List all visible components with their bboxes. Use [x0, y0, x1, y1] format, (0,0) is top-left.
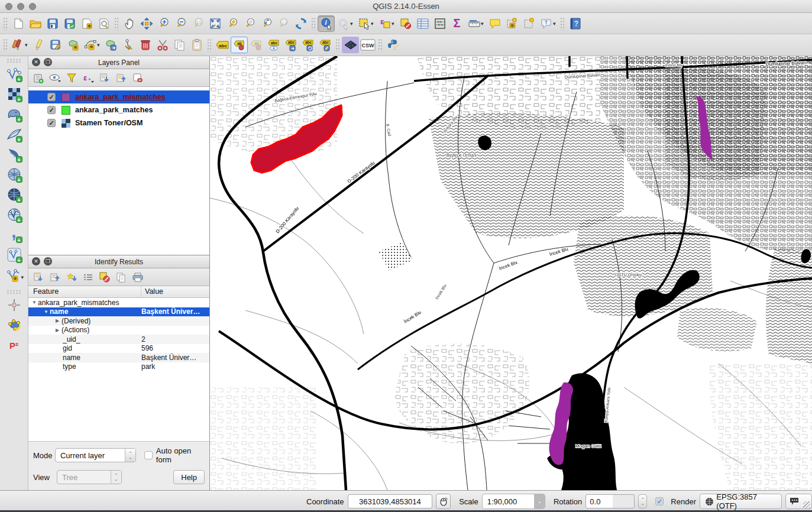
print-results-button[interactable] [130, 270, 145, 284]
toolbar-grip[interactable] [3, 38, 8, 51]
save-project-button[interactable] [44, 15, 61, 32]
add-raster-layer-button[interactable]: + [4, 84, 24, 104]
mouse-position-toggle-button[interactable] [436, 494, 451, 509]
new-bookmark-button[interactable]: ✱ [503, 15, 520, 32]
toggle-editing-button[interactable] [30, 37, 47, 53]
add-group-button[interactable] [31, 71, 46, 85]
layer-checkbox[interactable]: ✓ [47, 119, 56, 127]
layer-swatch[interactable] [62, 93, 70, 102]
zoom-full-button[interactable] [206, 15, 224, 32]
map-canvas[interactable]: Dumlupınar Bulvarı Dumlupınar Bulvarı İn… [210, 56, 812, 490]
add-circular-string-button[interactable]: ✱ [82, 37, 99, 53]
p2-plugin-button[interactable]: P² [4, 335, 24, 355]
scale-select[interactable]: 1:90,000 ⌄ [482, 494, 545, 509]
change-label-button[interactable]: abc [316, 37, 334, 53]
toolbar-grip[interactable] [378, 38, 383, 51]
table-row[interactable]: ▶ (Actions) [28, 326, 209, 335]
manage-visibility-button[interactable] [47, 71, 63, 85]
delete-selected-button[interactable] [137, 37, 154, 53]
copy-features-button[interactable] [171, 37, 188, 53]
rotation-input[interactable]: 0.0 [585, 494, 635, 508]
toolbar-grip[interactable] [560, 17, 565, 30]
deselect-all-button[interactable] [397, 15, 414, 32]
new-shapefile-layer-button[interactable]: + [4, 245, 24, 265]
add-wms-layer-button[interactable]: + [4, 164, 24, 184]
copy-results-button[interactable] [114, 270, 129, 284]
layer-labeling-button[interactable]: abc [213, 37, 231, 53]
render-checkbox[interactable]: ✓ [655, 497, 664, 505]
zoom-out-button[interactable] [172, 15, 189, 32]
zoom-last-button[interactable] [258, 15, 275, 32]
view-select[interactable]: Tree ⌃⌄ [57, 470, 122, 484]
toolbar-grip[interactable] [7, 290, 22, 294]
python-console-button[interactable] [384, 37, 402, 53]
collapse-all-button[interactable] [114, 71, 129, 85]
expander-icon[interactable]: ▼ [44, 309, 50, 315]
highlight-pinned-labels-button[interactable]: ab [248, 37, 265, 53]
toolbar-grip[interactable] [311, 17, 316, 30]
layer-item-matches[interactable]: ✓ ankara_park_matches [28, 103, 209, 116]
auto-open-form-checkbox[interactable] [144, 451, 153, 459]
expander-icon[interactable]: ▶ [56, 318, 62, 323]
title-bar[interactable]: QGIS 2.14.0-Essen [0, 0, 812, 13]
move-label-button[interactable]: abc [282, 37, 299, 53]
layer-swatch[interactable] [62, 106, 70, 115]
text-annotation-button[interactable]: T [538, 15, 555, 32]
metasearch-button[interactable] [342, 37, 359, 53]
new-composer-button[interactable]: ✱ [78, 15, 95, 32]
add-postgis-layer-button[interactable]: + [4, 104, 24, 124]
crs-status-button[interactable]: EPSG:3857 (OTF) [700, 494, 782, 509]
window-resize-grip[interactable] [803, 501, 810, 508]
help-button[interactable]: ? [567, 15, 584, 32]
refresh-button[interactable] [292, 15, 309, 32]
digitizing-tools-plugin-button[interactable] [4, 315, 24, 335]
node-tool-button[interactable] [119, 37, 137, 53]
select-features-button[interactable] [355, 15, 373, 32]
zoom-to-selection-button[interactable] [241, 15, 258, 32]
pin-labels-button[interactable]: ab [231, 37, 248, 53]
add-feature-button[interactable]: ✱ [64, 37, 82, 53]
pan-to-selection-button[interactable] [138, 15, 155, 32]
help-button-identify[interactable]: Help [173, 470, 205, 484]
clear-results-button[interactable] [97, 270, 112, 284]
remove-layer-button[interactable] [130, 71, 145, 85]
expander-icon[interactable]: ▶ [56, 328, 62, 333]
toolbar-grip[interactable] [207, 38, 212, 51]
current-edits-button[interactable] [9, 37, 27, 53]
expander-icon[interactable]: ▼ [32, 300, 38, 305]
layer-item-mismatches[interactable]: ✓ ankara_park_mismatches [28, 90, 209, 103]
identify-panel-close-button[interactable]: ✕ [32, 257, 40, 265]
add-spatialite-layer-button[interactable]: + [4, 124, 24, 144]
zoom-to-layer-button[interactable] [224, 15, 241, 32]
identify-table-header[interactable]: Feature Value [28, 286, 209, 298]
toolbar-grip[interactable] [335, 38, 340, 51]
new-project-button[interactable] [9, 15, 27, 32]
layer-checkbox[interactable]: ✓ [47, 93, 56, 101]
zoom-native-button[interactable]: 1:1 [189, 15, 206, 32]
form-view-button[interactable] [80, 270, 96, 284]
collapse-tree-button[interactable] [47, 270, 63, 284]
statistics-button[interactable] [431, 15, 448, 32]
expand-new-results-button[interactable] [64, 270, 79, 284]
zoom-next-button[interactable] [275, 15, 292, 32]
cut-features-button[interactable] [154, 37, 171, 53]
value-column-header[interactable]: Value [141, 286, 209, 297]
toolbar-grip[interactable] [3, 17, 8, 30]
expression-filter-button[interactable]: ε [80, 71, 96, 85]
attribute-table-button[interactable] [414, 15, 431, 32]
measure-button[interactable] [465, 15, 483, 32]
layer-name[interactable]: ankara_park_matches [75, 106, 153, 114]
mode-select[interactable]: Current layer ⌃⌄ [55, 448, 136, 462]
feature-column-header[interactable]: Feature [28, 286, 141, 297]
layers-panel-float-button[interactable]: ❐ [44, 58, 52, 66]
show-hide-labels-button[interactable]: abc [265, 37, 282, 53]
move-feature-button[interactable] [102, 37, 119, 53]
identify-panel-float-button[interactable]: ❐ [44, 257, 52, 265]
show-bookmarks-button[interactable] [520, 15, 538, 32]
add-delimited-text-layer-button[interactable]: ,+ [4, 225, 24, 245]
pan-map-button[interactable] [121, 15, 138, 32]
identify-features-button[interactable]: i [318, 15, 335, 32]
table-row[interactable]: ▼ ankara_park_mismatches [28, 298, 209, 307]
rotation-stepper[interactable]: ⌃⌄ [638, 494, 647, 508]
sum-statistics-button[interactable]: Σ [448, 15, 465, 32]
